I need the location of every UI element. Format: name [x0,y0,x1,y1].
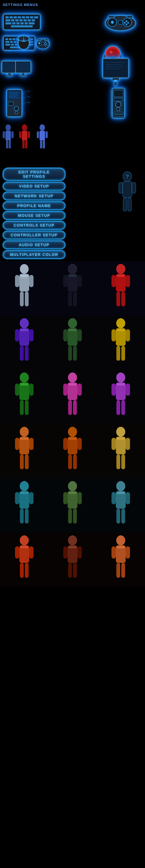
svg-rect-177 [63,329,68,341]
menu-list: EDIT PROFILE SETTINGS VIDEO SETUP NETWOR… [3,168,110,259]
svg-point-203 [116,373,125,382]
spartan-rust [97,532,145,587]
svg-rect-21 [25,22,28,24]
svg-rect-228 [116,454,120,469]
svg-rect-11 [11,19,15,22]
svg-rect-8 [30,16,33,19]
svg-rect-46 [5,41,9,43]
svg-rect-181 [68,329,77,331]
svg-rect-258 [20,546,28,548]
svg-rect-150 [20,291,24,306]
svg-rect-163 [112,275,116,287]
gamepad-icon [104,11,137,33]
svg-rect-205 [112,383,116,396]
svg-point-259 [68,535,77,545]
svg-point-32 [126,24,127,25]
svg-marker-96 [113,80,118,82]
svg-rect-3 [9,16,13,19]
svg-rect-34 [108,16,114,18]
svg-rect-185 [126,329,130,341]
svg-rect-192 [29,383,33,396]
svg-point-127 [22,124,27,131]
audio-setup-button[interactable]: AUDIO SETUP [3,241,66,249]
svg-point-69 [44,43,45,44]
svg-rect-191 [15,383,19,396]
svg-rect-13 [19,19,23,22]
svg-rect-148 [15,275,19,287]
svg-rect-149 [29,275,33,287]
svg-rect-209 [117,383,125,385]
svg-point-224 [116,427,125,437]
svg-rect-248 [126,492,130,504]
svg-rect-137 [40,140,42,149]
svg-rect-122 [5,131,11,140]
svg-point-66 [45,42,46,43]
svg-rect-263 [68,563,72,578]
svg-text:CPU: CPU [28,91,30,92]
svg-rect-135 [37,131,39,138]
svg-rect-12 [15,19,19,22]
svg-rect-7 [26,16,29,19]
multiplayer-color-button[interactable]: MULTIPLAYER COLOR [3,250,66,259]
svg-rect-170 [15,329,19,341]
unknown-spartan-silhouette: ? [112,170,142,219]
profile-name-button[interactable]: PROFILE NAME [3,202,66,210]
spartan-olive [48,478,96,532]
svg-rect-178 [77,329,82,341]
svg-point-175 [68,318,77,328]
svg-rect-213 [29,438,33,450]
header: SETTINGS MENUS [0,0,145,8]
svg-rect-233 [15,492,19,504]
svg-rect-115 [114,90,123,97]
svg-rect-132 [25,140,27,149]
svg-rect-234 [29,492,33,504]
spartan-row-5 [0,478,145,532]
single-monitor-icon [101,57,134,87]
spartan-red [97,261,145,315]
svg-rect-16 [32,19,35,22]
svg-rect-223 [68,437,77,440]
svg-point-106 [14,106,19,111]
svg-rect-229 [121,454,125,469]
svg-rect-194 [25,400,29,415]
spartan-gold [97,315,145,370]
svg-rect-243 [73,509,77,524]
svg-rect-249 [116,509,120,524]
small-spartans-icon [0,122,54,155]
svg-point-182 [116,318,125,328]
spartan-cyan [97,478,145,532]
svg-rect-173 [25,346,29,361]
svg-rect-166 [121,291,125,306]
spartan-row-3 [0,370,145,424]
svg-rect-120 [114,115,123,117]
svg-rect-152 [20,275,28,277]
svg-rect-247 [112,492,116,504]
edit-profile-button[interactable]: EDIT PROFILE SETTINGS [3,168,66,181]
svg-line-109 [22,96,27,99]
svg-rect-65 [39,42,40,44]
svg-rect-128 [22,131,27,140]
svg-rect-124 [11,131,14,138]
svg-rect-165 [116,291,120,306]
svg-rect-105 [8,102,14,105]
svg-rect-9 [34,16,38,19]
video-setup-button[interactable]: VIDEO SETUP [3,182,66,190]
svg-rect-230 [117,437,125,440]
spartan-row-1 [0,261,145,315]
mouse-setup-button[interactable]: MOUSE SETUP [3,211,66,220]
svg-rect-130 [28,131,30,138]
svg-rect-119 [114,112,123,114]
controls-setup-button[interactable]: CONTROLS SETUP [3,221,66,229]
svg-rect-47 [10,41,13,43]
svg-rect-174 [20,329,28,331]
svg-rect-17 [5,22,11,24]
spartan-dark-red [0,532,48,587]
svg-rect-6 [22,16,25,19]
svg-rect-187 [121,346,125,361]
svg-point-67 [46,43,47,44]
svg-rect-227 [126,438,130,450]
spartan-dark-green [48,315,96,370]
svg-rect-97 [114,82,117,86]
network-setup-button[interactable]: NETWORK SETUP [3,192,66,200]
controller-setup-button[interactable]: CONTROLLER SETUP [3,231,66,239]
